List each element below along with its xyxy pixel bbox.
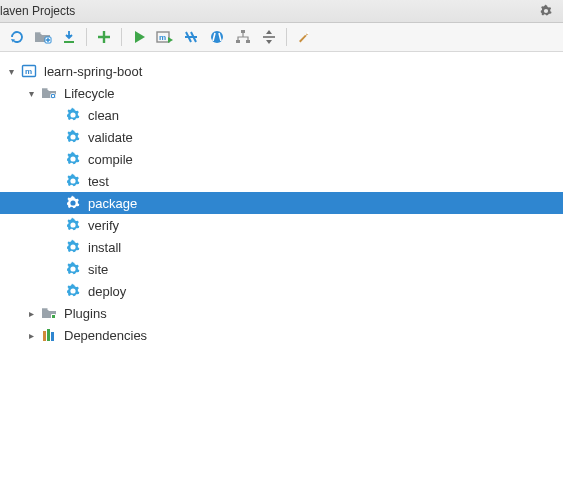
- gear-icon: [64, 128, 82, 146]
- plus-icon: [96, 29, 112, 45]
- gear-icon: [64, 194, 82, 212]
- gear-icon: [64, 106, 82, 124]
- lifecycle-goal-row[interactable]: site: [0, 258, 563, 280]
- lifecycle-goal-row[interactable]: install: [0, 236, 563, 258]
- folder-dependencies-icon: [40, 326, 58, 344]
- folder-lifecycle-icon: [40, 84, 58, 102]
- chevron-down-icon[interactable]: ▾: [24, 86, 38, 100]
- download-icon: [61, 29, 77, 45]
- lifecycle-goal-row[interactable]: clean: [0, 104, 563, 126]
- toolbar-refresh-button[interactable]: [4, 24, 30, 50]
- chevron-right-icon[interactable]: ▸: [24, 328, 38, 342]
- toolbar-offline-button[interactable]: [204, 24, 230, 50]
- svg-rect-6: [246, 40, 250, 43]
- svg-rect-12: [43, 331, 46, 341]
- tree-project-row[interactable]: ▾ m learn-spring-boot: [0, 60, 563, 82]
- lifecycle-goal-label: compile: [88, 152, 133, 167]
- svg-text:m: m: [159, 33, 166, 42]
- tree-plugins-row[interactable]: ▸ Plugins: [0, 302, 563, 324]
- maven-project-icon: m: [20, 62, 38, 80]
- lifecycle-goal-row[interactable]: test: [0, 170, 563, 192]
- offline-icon: [209, 29, 225, 45]
- lifecycle-goal-row[interactable]: compile: [0, 148, 563, 170]
- tree-label: Plugins: [64, 306, 107, 321]
- toolbar-separator: [121, 28, 122, 46]
- lifecycle-goal-label: install: [88, 240, 121, 255]
- lifecycle-goal-label: clean: [88, 108, 119, 123]
- chevron-right-icon[interactable]: ▸: [24, 306, 38, 320]
- gear-icon: [64, 260, 82, 278]
- gear-icon: [64, 150, 82, 168]
- toolbar-run-config-button[interactable]: m: [152, 24, 178, 50]
- toolbar-separator: [86, 28, 87, 46]
- lifecycle-goal-label: verify: [88, 218, 119, 233]
- toolbar-separator: [286, 28, 287, 46]
- tree-label: learn-spring-boot: [44, 64, 142, 79]
- svg-rect-14: [51, 332, 54, 341]
- toolbar-skip-tests-button[interactable]: [178, 24, 204, 50]
- lifecycle-goal-label: validate: [88, 130, 133, 145]
- lifecycle-goal-label: test: [88, 174, 109, 189]
- toolbar-settings-button[interactable]: [291, 24, 317, 50]
- toolbar-generate-button[interactable]: [30, 24, 56, 50]
- lifecycle-goal-row[interactable]: package: [0, 192, 563, 214]
- tree-label: Dependencies: [64, 328, 147, 343]
- gear-icon: [64, 216, 82, 234]
- svg-point-3: [211, 31, 223, 43]
- svg-rect-5: [236, 40, 240, 43]
- lifecycle-goal-label: site: [88, 262, 108, 277]
- run-icon: [131, 29, 147, 45]
- toolbar-download-button[interactable]: [56, 24, 82, 50]
- toolbar-deps-button[interactable]: [230, 24, 256, 50]
- gear-icon: [64, 282, 82, 300]
- wrench-icon: [296, 29, 312, 45]
- lifecycle-goal-label: deploy: [88, 284, 126, 299]
- lifecycle-goal-row[interactable]: validate: [0, 126, 563, 148]
- toolbar: m: [0, 23, 563, 52]
- skip-tests-icon: [183, 29, 199, 45]
- svg-rect-4: [241, 30, 245, 33]
- gear-icon: [64, 172, 82, 190]
- tree-dependencies-row[interactable]: ▸ Dependencies: [0, 324, 563, 346]
- toolbar-add-button[interactable]: [91, 24, 117, 50]
- collapse-icon: [261, 29, 277, 45]
- run-config-icon: m: [156, 29, 174, 45]
- folder-plugins-icon: [40, 304, 58, 322]
- panel-header: laven Projects: [0, 0, 563, 23]
- svg-point-7: [307, 32, 309, 34]
- refresh-icon: [9, 29, 25, 45]
- lifecycle-goal-row[interactable]: deploy: [0, 280, 563, 302]
- tree-label: Lifecycle: [64, 86, 115, 101]
- gear-icon: [64, 238, 82, 256]
- gear-icon: [539, 4, 553, 18]
- tree-lifecycle-row[interactable]: ▾ Lifecycle: [0, 82, 563, 104]
- toolbar-run-button[interactable]: [126, 24, 152, 50]
- deps-icon: [235, 29, 251, 45]
- panel-title: laven Projects: [0, 0, 75, 22]
- lifecycle-goal-label: package: [88, 196, 137, 211]
- lifecycle-goal-row[interactable]: verify: [0, 214, 563, 236]
- svg-text:m: m: [25, 67, 32, 76]
- folder-plus-icon: [34, 29, 52, 45]
- project-tree[interactable]: ▾ m learn-spring-boot ▾ Lifecycle cleanv…: [0, 52, 563, 346]
- svg-rect-13: [47, 329, 50, 341]
- chevron-down-icon[interactable]: ▾: [4, 64, 18, 78]
- toolbar-collapse-button[interactable]: [256, 24, 282, 50]
- panel-gear-button[interactable]: [533, 0, 559, 24]
